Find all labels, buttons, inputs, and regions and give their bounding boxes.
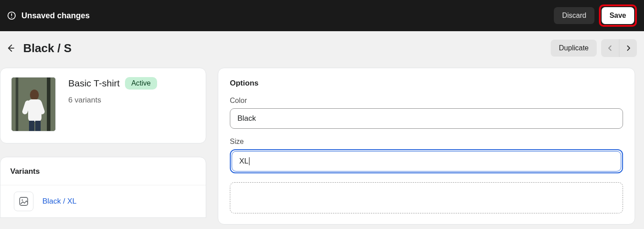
variant-link[interactable]: Black / XL [42, 197, 77, 206]
variant-nav [601, 39, 637, 57]
svg-rect-2 [11, 17, 12, 18]
topbar-actions: Discard Save [554, 4, 637, 27]
left-column: Basic T-shirt Active 6 variants Variants… [0, 68, 206, 225]
page-header: Black / S Duplicate [0, 31, 644, 68]
product-name[interactable]: Basic T-shirt [68, 78, 120, 89]
next-variant-button[interactable] [619, 39, 637, 57]
product-thumbnail[interactable] [11, 77, 56, 131]
size-input-focus-ring: XL [230, 149, 623, 173]
svg-rect-11 [29, 121, 34, 131]
size-field-group: Size XL [230, 138, 623, 173]
discard-button[interactable]: Discard [554, 7, 594, 24]
page-title: Black / S [23, 41, 71, 55]
svg-rect-12 [35, 121, 41, 131]
topbar-left: Unsaved changes [7, 11, 90, 20]
svg-rect-5 [16, 77, 18, 131]
options-card: Options Color Size XL [218, 68, 635, 225]
prev-variant-button [601, 39, 619, 57]
status-badge: Active [125, 77, 157, 90]
size-input[interactable]: XL [232, 151, 621, 172]
unsaved-changes-text: Unsaved changes [21, 11, 90, 20]
image-placeholder-icon [14, 192, 33, 211]
size-label: Size [230, 138, 623, 146]
text-caret [249, 157, 249, 165]
color-input[interactable] [230, 108, 623, 129]
content-columns: Basic T-shirt Active 6 variants Variants… [0, 68, 644, 225]
product-title-row: Basic T-shirt Active [68, 77, 157, 90]
svg-rect-1 [11, 13, 12, 16]
product-info: Basic T-shirt Active 6 variants [68, 77, 157, 131]
save-button[interactable]: Save [602, 7, 634, 24]
color-label: Color [230, 97, 623, 105]
svg-point-7 [30, 90, 39, 100]
page-header-actions: Duplicate [551, 39, 637, 57]
unsaved-changes-bar: Unsaved changes Discard Save [0, 0, 644, 31]
svg-rect-6 [47, 77, 50, 131]
svg-point-14 [21, 199, 23, 200]
alert-icon [7, 11, 16, 20]
options-title: Options [230, 79, 623, 88]
variant-row[interactable]: Black / XL [0, 185, 206, 217]
save-highlight: Save [599, 4, 637, 27]
right-column: Options Color Size XL [218, 68, 635, 225]
variants-card: Variants Black / XL [0, 157, 206, 218]
dropzone[interactable] [230, 182, 623, 213]
variant-count-label: 6 variants [68, 96, 157, 105]
product-summary-card: Basic T-shirt Active 6 variants [0, 68, 206, 143]
variants-title: Variants [0, 167, 206, 185]
back-arrow-icon[interactable] [4, 42, 17, 54]
color-field-group: Color [230, 97, 623, 129]
duplicate-button[interactable]: Duplicate [551, 40, 597, 57]
